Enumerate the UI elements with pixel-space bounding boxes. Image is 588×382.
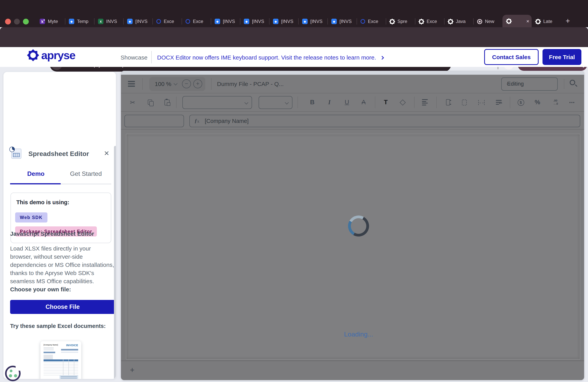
percent-format-icon[interactable]: % [533, 98, 542, 106]
browser-tab[interactable]: ◆[INVS [240, 16, 269, 27]
excel-favicon: x [98, 19, 104, 24]
apryse-favicon [448, 19, 453, 24]
tab-close-icon[interactable]: × [524, 18, 529, 24]
showcase-label: Showcase [121, 54, 147, 61]
browser-tab[interactable]: Exce [182, 16, 211, 27]
browser-tab[interactable]: ◆[INVS [123, 16, 152, 27]
browser-tab[interactable]: xINVS [94, 16, 123, 27]
loading-text: Loading... [320, 331, 398, 339]
apryse-favicon [419, 19, 424, 24]
zoom-in-icon[interactable]: + [193, 79, 202, 88]
tab-title: New [485, 19, 494, 24]
browser-tab[interactable]: kMyte [36, 16, 65, 27]
browser-tab[interactable]: Late [532, 16, 561, 27]
cell-name-box[interactable] [125, 115, 184, 127]
loading-spinner [346, 213, 371, 239]
browser-tab[interactable]: Spre [386, 16, 415, 27]
document-title: Dummy File - PCAP - Q... [217, 81, 284, 87]
font-size-select[interactable] [259, 96, 293, 109]
ring-favicon [360, 19, 365, 24]
currency-format-icon[interactable]: $ [516, 98, 525, 106]
apryse-logo-icon [28, 50, 38, 60]
browser-tab-strip: kMyte◆TempxINVS◆[INVSExceExce◆[INVS◆[INV… [0, 0, 588, 27]
font-family-select[interactable] [182, 96, 252, 109]
jira-favicon: ◆ [273, 19, 278, 24]
underline-icon[interactable]: U [343, 98, 351, 106]
menu-hamburger-icon[interactable] [128, 81, 135, 87]
contact-sales-button[interactable]: Contact Sales [484, 49, 539, 65]
fx-icon: ƒx [194, 118, 199, 124]
zoom-level[interactable]: 100 % [155, 81, 171, 87]
spreadsheet-doc-icon [11, 149, 21, 159]
tab-title: [INVS [339, 19, 352, 24]
editor-top-strip [121, 71, 584, 75]
browser-tab[interactable]: ◆[INVS [327, 16, 357, 27]
zoom-controls: 100 % − + [149, 77, 205, 91]
jira-favicon: ◆ [215, 19, 220, 24]
formula-input[interactable]: ƒx [Company Name] [189, 115, 580, 127]
browser-tab[interactable]: ◆[INVS [269, 16, 298, 27]
kununu-favicon: k [40, 19, 45, 24]
strikethrough-icon[interactable]: A [359, 98, 368, 106]
tab-title: [INVS [310, 19, 323, 24]
more-options-icon[interactable]: ••• [568, 98, 576, 106]
window-minimize-button[interactable] [14, 19, 20, 24]
tab-title: Temp [77, 19, 88, 24]
window-maximize-button[interactable] [23, 19, 29, 24]
browser-tab[interactable]: New [473, 16, 503, 27]
demo-sidebar: Spreadsheet Editor ✕ Demo Get Started Th… [3, 72, 116, 379]
tab-title: INVS [106, 19, 117, 24]
horizontal-align-icon[interactable] [420, 98, 429, 106]
jira-favicon: ◆ [244, 19, 249, 24]
text-color-icon[interactable]: T [381, 98, 390, 106]
tab-demo[interactable]: Demo [27, 170, 44, 177]
text-wrap-icon[interactable] [494, 98, 503, 106]
fill-color-icon[interactable] [398, 98, 407, 106]
browser-tab[interactable]: Exce [152, 16, 182, 27]
tab-underline [10, 184, 111, 184]
tab-title: Spre [398, 19, 407, 24]
paste-icon[interactable] [163, 98, 171, 106]
mode-select[interactable]: Editing [501, 77, 558, 91]
borders-icon[interactable] [460, 98, 469, 106]
window-close-button[interactable] [5, 19, 11, 24]
merge-cells-icon[interactable]: →← [477, 98, 486, 106]
browser-tab[interactable]: ◆[INVS [298, 16, 327, 27]
italic-icon[interactable]: I [325, 98, 334, 106]
copy-icon[interactable] [146, 98, 154, 106]
free-trial-button[interactable]: Free Trial [543, 49, 581, 65]
banner-text: DOCX Editor now offers IME keyboard supp… [157, 54, 376, 61]
ring-favicon [156, 19, 161, 24]
cookie-settings-icon[interactable] [5, 366, 21, 381]
bold-icon[interactable]: B [308, 98, 316, 106]
zoom-chevron-icon[interactable] [174, 82, 178, 85]
browser-tab[interactable]: Exce [415, 16, 444, 27]
sidebar-close-icon[interactable]: ✕ [104, 149, 109, 158]
ring-favicon [186, 19, 190, 24]
search-icon[interactable] [570, 80, 575, 85]
add-sheet-button[interactable]: + [127, 366, 137, 375]
browser-tab[interactable]: ◆[INVS [211, 16, 240, 27]
sidebar-scrollbar[interactable] [114, 146, 116, 379]
jira-favicon: ◆ [69, 19, 74, 24]
sidebar-title: Spreadsheet Editor [28, 150, 89, 158]
formatting-toolbar: ✂ B I U A T →← $ % .00→.0 [121, 93, 584, 112]
tab-get-started[interactable]: Get Started [70, 170, 102, 177]
choose-file-button[interactable]: Choose File [10, 300, 115, 314]
cut-icon[interactable]: ✂ [128, 98, 137, 106]
browser-tab[interactable]: Exce [357, 16, 386, 27]
browser-tab[interactable]: ◆Temp [65, 16, 94, 27]
screen: kMyte◆TempxINVS◆[INVSExceExce◆[INVS◆[INV… [0, 0, 588, 382]
release-notes-link[interactable]: DOCX Editor now offers IME keyboard supp… [157, 54, 383, 61]
decimal-format-icon[interactable]: .00→.0 [551, 98, 560, 106]
section-title: Javascript Spreadsheet Editor [10, 230, 94, 237]
browser-tab[interactable]: Java [444, 16, 473, 27]
vertical-align-icon[interactable] [444, 98, 452, 106]
browser-tab-active[interactable]: × [503, 15, 532, 27]
tab-title: [INVS [135, 19, 147, 24]
editor-header-row: 100 % − + Dummy File - PCAP - Q... Editi… [121, 75, 584, 93]
zoom-out-icon[interactable]: − [182, 79, 191, 88]
apryse-logo[interactable]: apryse [28, 50, 75, 60]
invoice-template-thumbnail[interactable]: [Company Name] INVOICE [41, 341, 81, 379]
new-tab-button[interactable]: + [563, 16, 572, 26]
